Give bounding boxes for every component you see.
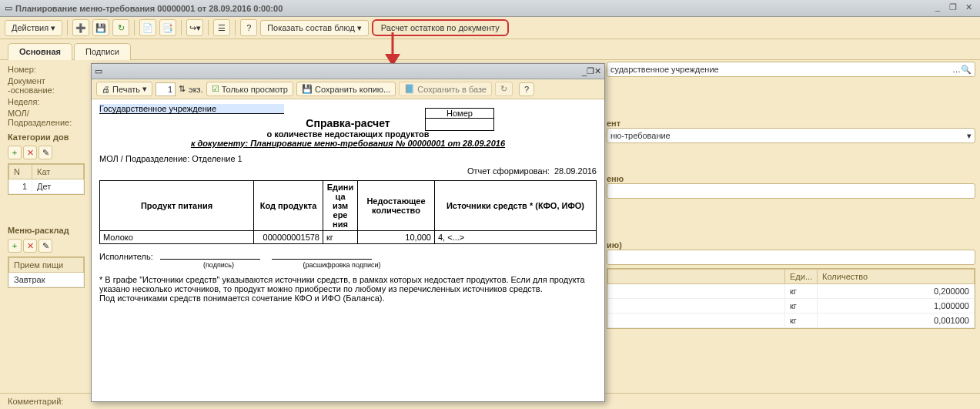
categories-toolbar: + ✕ ✎ [8,144,85,161]
save-db-label: Сохранить в базе [417,85,487,94]
tab-main[interactable]: Основная [8,43,72,60]
qty-cell[interactable]: 0,200000 [818,284,975,299]
add-row-button[interactable]: + [8,146,22,159]
unit-cell: кг [785,284,818,299]
window-restore-button[interactable]: ❐ [946,2,960,15]
comment-label: Комментарий: [8,397,85,406]
chevron-down-icon: ▾ [357,23,362,33]
doc-footnote: * В графе "Источники средств" указываютс… [99,275,597,303]
cell-cat[interactable]: Дет [32,179,84,194]
refresh-icon[interactable]: ↻ [112,19,129,36]
doc-icon: ▭ [5,3,12,13]
new-icon[interactable]: ➕ [72,19,89,36]
menu-field[interactable] [607,183,975,199]
cell-code: 000000001578 [254,231,323,244]
week-label: Неделя: [8,97,85,106]
window-min-button[interactable]: _ [931,2,945,15]
nav-icon[interactable]: ↪▾ [186,19,203,36]
menu-label: еню [607,174,975,183]
table-row: кг0,200000 [608,284,975,299]
add-row-button-2[interactable]: + [8,239,22,253]
ent-value: ню-требование [610,131,671,140]
sig-sub: (подпись) [169,261,269,269]
th-product: Продукт питания [100,181,254,231]
doc1-icon[interactable]: 📄 [139,19,156,36]
col-n: N [9,165,32,179]
iu-label: ию) [607,240,975,250]
help-icon[interactable]: ? [240,19,257,36]
print-button[interactable]: 🖨 Печать ▾ [96,82,152,96]
show-composition-button[interactable]: Показать состав блюд ▾ [260,20,369,36]
save-icon[interactable]: 💾 [92,19,109,36]
chevron-down-icon: ▾ [142,84,147,94]
report-table: Продукт питания Код продукта Едини ца из… [99,180,597,244]
save-copy-button[interactable]: 💾 Сохранить копию... [296,82,396,96]
checkbox-icon: ☑ [212,84,219,94]
th-unit: Едини ца изм ере ния [323,181,358,231]
report-document: Государственное учреждение Номер Справка… [92,99,604,401]
popup-titlebar: ▭ _ ❐ ✕ [92,64,604,79]
decode-sub: (расшифровка подписи) [292,261,392,269]
menu-toolbar: + ✕ ✎ [8,237,85,254]
list-icon[interactable]: ☰ [213,19,230,36]
select-button[interactable]: … [952,65,961,74]
dropdown-icon[interactable]: ▾ [967,131,972,141]
actions-menu[interactable]: Действия ▾ [5,20,62,36]
view-only-label: Только просмотр [222,85,288,94]
window-close-button[interactable]: ✕ [962,2,975,15]
delete-row-button[interactable]: ✕ [23,146,37,159]
popup-toolbar: 🖨 Печать ▾ 1 ⇅ экз. ☑ Только просмотр 💾 … [92,79,604,99]
doc2-icon[interactable]: 📑 [159,19,176,36]
popup-close-button[interactable]: ✕ [594,66,601,76]
cell-meal[interactable]: Завтрак [9,273,84,287]
th-missing: Недостающее количество [358,181,435,231]
doc-reference: к документу: Планирование меню-требовани… [99,139,597,148]
cell-n[interactable]: 1 [9,179,32,194]
ent-field[interactable]: ню-требование ▾ [607,128,975,143]
window-titlebar: ▭ Планирование меню-требования 00000001 … [0,0,980,17]
table-row: Молоко 000000001578 кг 10,000 4, <...> [100,231,597,244]
formed-label: Отчет сформирован: [467,166,550,176]
categories-grid[interactable]: N Кат 1 Дет [8,163,85,195]
col-cat: Кат [32,165,84,179]
search-icon[interactable]: 🔍 [961,65,972,75]
qty-grid[interactable]: Еди... Количество кг0,200000 кг1,000000 … [607,268,975,329]
meals-grid[interactable]: Прием пищи Завтрак [8,256,85,288]
print-label: Печать [112,85,140,94]
edit-row-button-2[interactable]: ✎ [38,239,52,253]
help-button[interactable]: ? [519,82,534,96]
th-code: Код продукта [254,181,323,231]
qty-cell[interactable]: 1,000000 [818,299,975,313]
col-qty: Количество [818,270,975,284]
tab-signatures[interactable]: Подписи [74,43,131,60]
save-icon: 💾 [302,84,313,94]
main-toolbar: Действия ▾ ➕ 💾 ↻ 📄 📑 ↪▾ ☰ ? Показать сос… [0,17,980,39]
table-row: кг0,001000 [608,313,975,328]
copies-input[interactable]: 1 [156,82,176,96]
org-value: сударственное учреждение [610,65,719,74]
view-only-button[interactable]: ☑ Только просмотр [206,82,293,96]
doc-mol: МОЛ / Подразделение: Отделение 1 [99,154,597,163]
org-field[interactable]: сударственное учреждение … 🔍 [607,62,975,77]
popup-restore-button[interactable]: ❐ [587,66,594,76]
edit-row-button[interactable]: ✎ [38,146,52,159]
qty-cell[interactable]: 0,001000 [818,313,975,328]
actions-label: Действия [12,23,48,32]
tab-bar: Основная Подписи [0,39,980,60]
calc-remainders-button[interactable]: Расчет остатков по документу [372,19,509,36]
doc-basis-label: Документ -основание: [8,76,85,95]
col-meal: Прием пищи [9,258,84,273]
reload-button[interactable]: ↻ [495,82,513,96]
executor-label: Исполнитель: [99,252,153,261]
save-copy-label: Сохранить копию... [315,85,390,94]
show-composition-label: Показать состав блюд [267,23,355,32]
save-db-button[interactable]: 📘 Сохранить в базе [399,82,492,96]
copies-spinner[interactable]: ⇅ [179,84,186,94]
blank-col [608,270,785,284]
right-form: сударственное учреждение … 🔍 ент ню-треб… [607,62,975,329]
doc-number-box: Номер [425,108,494,131]
delete-row-button-2[interactable]: ✕ [23,239,37,253]
print-preview-window: ▭ _ ❐ ✕ 🖨 Печать ▾ 1 ⇅ экз. ☑ Только про… [91,63,605,402]
iu-field[interactable] [607,250,975,265]
db-icon: 📘 [404,84,415,94]
